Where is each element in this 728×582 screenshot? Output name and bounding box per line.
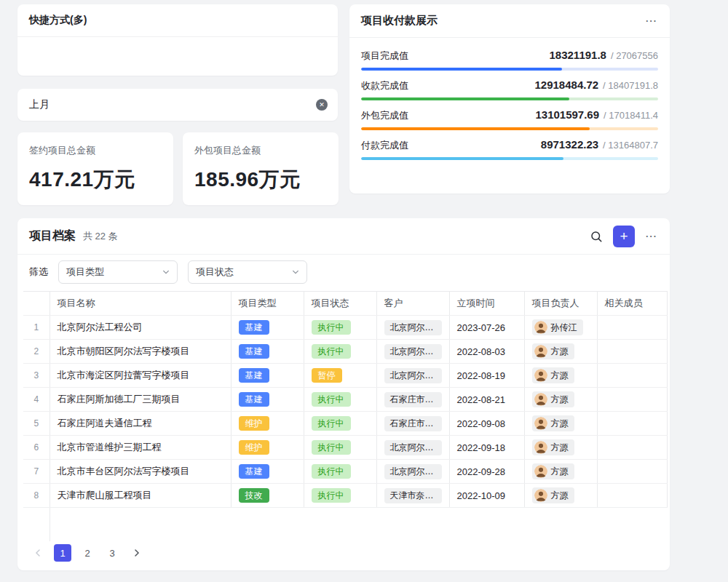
table-row[interactable]: 2 北京市朝阳区阿尔法写字楼项目 基建 执行中 北京阿尔法工程公司 2022-0… [23,340,667,364]
project-status-badge[interactable]: 执行中 [312,416,351,431]
more-icon[interactable]: ⋯ [645,15,658,27]
members-cell[interactable] [597,436,667,460]
stat-label: 外包项目总金额 [194,144,327,157]
members-cell[interactable] [597,460,667,484]
start-date-cell[interactable]: 2022-08-21 [449,388,524,412]
project-type-badge[interactable]: 维护 [239,440,269,455]
project-name-cell[interactable]: 北京阿尔法工程公司 [50,316,231,340]
start-date-cell[interactable]: 2022-08-03 [449,340,524,364]
start-date-cell[interactable]: 2023-07-26 [449,316,524,340]
progress-total: / 13164807.7 [603,140,658,151]
start-date-cell[interactable]: 2022-09-08 [449,412,524,436]
project-type-badge[interactable]: 基建 [239,344,269,359]
start-date-cell[interactable]: 2022-08-19 [449,364,524,388]
project-name-cell[interactable]: 北京市海淀区阿拉蕾写字楼项目 [50,364,231,388]
customer-chip[interactable]: 北京阿尔法工程公司 [384,344,442,359]
start-date-cell[interactable]: 2022-10-09 [449,484,524,508]
project-type-select[interactable]: 项目类型 [58,260,178,284]
members-cell[interactable] [597,412,667,436]
members-cell[interactable] [597,364,667,388]
progress-fill [361,157,563,160]
members-cell[interactable] [597,340,667,364]
customer-chip[interactable]: 北京阿尔法工程公司 [384,368,442,383]
project-type-badge[interactable]: 维护 [239,416,269,431]
project-type-badge[interactable]: 技改 [239,488,269,503]
owner-chip[interactable]: 孙传江 [532,319,583,335]
stat-value: 417.21万元 [29,166,162,194]
customer-chip[interactable]: 石家庄市A县政府 [384,392,442,407]
page-button[interactable]: 2 [79,544,96,562]
project-status-badge[interactable]: 执行中 [312,464,351,479]
owner-chip[interactable]: 方源 [532,439,574,455]
project-status-badge[interactable]: 执行中 [312,320,351,335]
clear-filter-icon[interactable]: ✕ [316,99,328,111]
next-page-icon[interactable] [128,544,146,562]
project-name-cell[interactable]: 北京市朝阳区阿尔法写字楼项目 [50,340,231,364]
table-row[interactable]: 8 天津市爬山服工程项目 技改 执行中 天津市奈文摩尔 2022-10-09 方… [23,484,667,508]
owner-chip[interactable]: 方源 [532,415,574,431]
owner-chip[interactable]: 方源 [532,487,574,503]
customer-chip[interactable]: 天津市奈文摩尔 [384,488,442,503]
page-button[interactable]: 1 [54,544,71,562]
start-date-cell[interactable]: 2022-09-18 [449,436,524,460]
table-row[interactable]: 1 北京阿尔法工程公司 基建 执行中 北京阿尔法工程公司 2023-07-26 … [23,316,667,340]
table-row[interactable]: 5 石家庄阿道夫通信工程 维护 执行中 石家庄市A县 2022-09-08 方源 [23,412,667,436]
filter-row: 筛选 项目类型 项目状态 [17,255,670,291]
owner-name: 方源 [551,346,569,358]
members-cell[interactable] [597,316,667,340]
owner-chip[interactable]: 方源 [532,463,574,479]
customer-chip[interactable]: 石家庄市A县 [384,416,442,431]
project-type-badge[interactable]: 基建 [239,464,269,479]
project-name-cell[interactable]: 天津市爬山服工程项目 [50,484,231,508]
row-index: 7 [23,460,50,484]
column-header[interactable]: 相关成员 [597,292,667,316]
project-name-cell[interactable]: 石家庄阿道夫通信工程 [50,412,231,436]
add-record-button[interactable]: + [613,226,635,247]
customer-chip[interactable]: 北京阿尔法工程公司 [384,464,442,479]
column-header[interactable]: 客户 [376,292,449,316]
members-cell[interactable] [597,388,667,412]
page-button[interactable]: 3 [103,544,121,562]
stat-value: 185.96万元 [194,166,327,194]
column-header[interactable]: 立项时间 [449,292,524,316]
row-index: 3 [23,364,50,388]
customer-chip[interactable]: 北京阿尔法工程公司 [384,320,442,335]
project-status-badge[interactable]: 暂停 [312,368,342,383]
progress-row: 外包完成值 13101597.69 / 17018411.4 [361,100,658,130]
project-name-cell[interactable]: 石家庄阿斯加德工厂三期项目 [50,388,231,412]
table-card-header: 项目档案 共 22 条 + ⋯ [17,218,670,255]
project-status-badge[interactable]: 执行中 [312,344,351,359]
column-header[interactable]: 项目名称 [50,292,231,316]
project-status-badge[interactable]: 执行中 [312,440,351,455]
owner-chip[interactable]: 方源 [532,391,574,407]
start-date-cell[interactable]: 2022-09-28 [449,460,524,484]
project-status-badge[interactable]: 执行中 [312,488,351,503]
column-header[interactable]: 项目状态 [304,292,376,316]
more-icon[interactable]: ⋯ [645,231,658,242]
prev-page-icon[interactable] [29,544,47,562]
owner-chip[interactable]: 方源 [532,367,574,383]
project-status-badge[interactable]: 执行中 [312,392,351,407]
project-type-badge[interactable]: 基建 [239,320,269,335]
progress-total: / 17018411.4 [604,110,658,121]
table-row[interactable]: 4 石家庄阿斯加德工厂三期项目 基建 执行中 石家庄市A县政府 2022-08-… [23,388,667,412]
progress-label: 收款完成值 [361,79,535,92]
table-row[interactable]: 3 北京市海淀区阿拉蕾写字楼项目 基建 暂停 北京阿尔法工程公司 2022-08… [23,364,667,388]
select-value: 项目类型 [66,266,104,279]
members-cell[interactable] [597,484,667,508]
table-row[interactable]: 6 北京市管道维护三期工程 维护 执行中 北京阿尔法工程公司 2022-09-1… [23,436,667,460]
project-name-cell[interactable]: 北京市丰台区阿尔法写字楼项目 [50,460,231,484]
project-name-cell[interactable]: 北京市管道维护三期工程 [50,436,231,460]
column-header[interactable]: 项目负责人 [524,292,597,316]
avatar [534,321,547,334]
search-icon[interactable] [590,230,603,243]
project-status-select[interactable]: 项目状态 [188,260,307,284]
owner-chip[interactable]: 方源 [532,343,574,359]
customer-chip[interactable]: 北京阿尔法工程公司 [384,440,442,455]
project-type-badge[interactable]: 基建 [239,392,269,407]
time-filter-bar[interactable]: 上月 ✕ [17,89,338,121]
progress-label: 项目完成值 [361,49,550,63]
column-header[interactable]: 项目类型 [231,292,304,316]
table-row[interactable]: 7 北京市丰台区阿尔法写字楼项目 基建 执行中 北京阿尔法工程公司 2022-0… [23,460,667,484]
project-type-badge[interactable]: 基建 [239,368,269,383]
